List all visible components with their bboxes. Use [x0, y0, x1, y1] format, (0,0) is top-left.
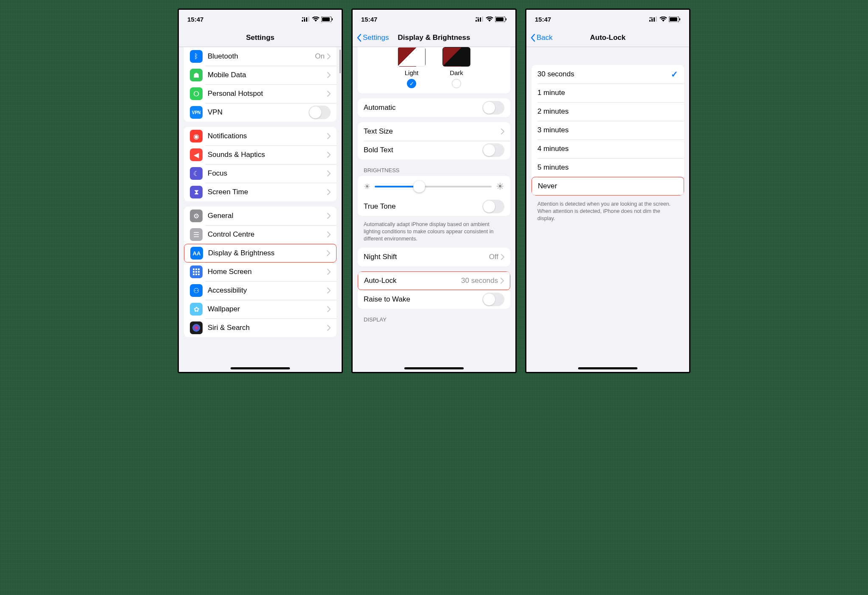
raise-to-wake-row[interactable]: Raise to Wake: [358, 290, 510, 309]
settings-row-display-brightness[interactable]: AADisplay & Brightness: [184, 244, 337, 263]
appearance-dark[interactable]: Dark: [442, 47, 470, 88]
autolock-option[interactable]: 2 minutes: [531, 102, 684, 121]
status-time: 15:47: [361, 16, 377, 23]
chevron-right-icon: [327, 53, 331, 59]
autolock-option[interactable]: 4 minutes: [531, 140, 684, 158]
bold-text-row[interactable]: Bold Text: [358, 141, 510, 159]
settings-row-general[interactable]: ⚙General: [184, 207, 337, 225]
svg-rect-30: [656, 17, 657, 22]
text-size-row[interactable]: Text Size: [358, 122, 510, 141]
settings-row-mobile-data[interactable]: ☗Mobile Data: [184, 66, 337, 84]
light-radio-checked[interactable]: ✓: [407, 79, 416, 88]
settings-row-siri-search[interactable]: Siri & Search: [184, 318, 337, 337]
chevron-right-icon: [327, 232, 331, 237]
automatic-label: Automatic: [364, 103, 482, 112]
dark-radio[interactable]: [452, 79, 461, 88]
back-label: Back: [537, 34, 553, 42]
svg-rect-34: [670, 17, 677, 21]
settings-row-home-screen[interactable]: Home Screen: [184, 263, 337, 281]
night-shift-row[interactable]: Night Shift Off: [358, 248, 510, 266]
svg-rect-17: [198, 274, 200, 275]
page-title: Display & Brightness: [398, 34, 470, 42]
true-tone-row[interactable]: True Tone: [358, 197, 510, 216]
back-button[interactable]: Back: [530, 34, 553, 42]
light-label: Light: [398, 69, 426, 76]
automatic-toggle[interactable]: [482, 101, 504, 115]
svg-rect-29: [654, 17, 655, 22]
svg-rect-25: [496, 17, 504, 21]
settings-row-sounds-haptics[interactable]: ◀Sounds & Haptics: [184, 145, 337, 164]
screen-auto-lock: 15:47 Back Auto-Lock 30 seconds✓1 minute…: [525, 8, 690, 373]
chevron-right-icon: [327, 133, 331, 139]
home-indicator[interactable]: [404, 367, 464, 369]
chevron-right-icon: [327, 288, 331, 293]
automatic-row[interactable]: Automatic: [358, 98, 510, 117]
autolock-option[interactable]: 3 minutes: [531, 121, 684, 140]
scroll-indicator[interactable]: [339, 50, 341, 73]
status-icons: [476, 17, 507, 22]
back-button[interactable]: Settings: [356, 34, 389, 42]
gear-icon: ⚙: [190, 210, 203, 222]
settings-row-personal-hotspot[interactable]: ⵔPersonal Hotspot: [184, 84, 337, 103]
chevron-right-icon: [327, 269, 331, 275]
speaker-icon: ◀: [190, 148, 203, 161]
svg-point-32: [651, 17, 653, 19]
home-indicator[interactable]: [231, 367, 290, 369]
settings-row-screen-time[interactable]: ⧗Screen Time: [184, 183, 337, 201]
nav-bar: Settings: [179, 28, 342, 47]
moon-icon: ☾: [190, 167, 203, 180]
brightness-slider[interactable]: [375, 186, 492, 187]
row-label: Screen Time: [208, 188, 327, 196]
auto-lock-row[interactable]: Auto-Lock 30 seconds: [358, 271, 510, 290]
raise-to-wake-label: Raise to Wake: [364, 295, 482, 304]
svg-rect-15: [193, 274, 195, 275]
autolock-content[interactable]: 30 seconds✓1 minute2 minutes3 minutes4 m…: [526, 47, 689, 372]
bold-text-toggle[interactable]: [482, 143, 504, 157]
settings-row-control-centre[interactable]: ☰Control Centre: [184, 225, 337, 244]
settings-list[interactable]: ᛒBluetoothOn☗Mobile DataⵔPersonal Hotspo…: [179, 47, 342, 372]
chevron-left-icon: [356, 34, 362, 42]
autolock-option[interactable]: 5 minutes: [531, 158, 684, 177]
svg-rect-13: [195, 271, 197, 273]
slider-thumb[interactable]: [413, 181, 425, 193]
autolock-option[interactable]: Never: [531, 177, 684, 196]
hourglass-icon: ⧗: [190, 186, 203, 198]
chevron-right-icon: [327, 91, 331, 97]
row-label: Focus: [208, 169, 327, 178]
autolock-option[interactable]: 30 seconds✓: [531, 65, 684, 84]
settings-group: ᛒBluetoothOn☗Mobile DataⵔPersonal Hotspo…: [184, 47, 337, 122]
svg-rect-18: [476, 20, 477, 22]
svg-rect-7: [322, 17, 330, 21]
autolock-option[interactable]: 1 minute: [531, 84, 684, 102]
settings-row-accessibility[interactable]: ⚇Accessibility: [184, 281, 337, 300]
dark-label: Dark: [442, 69, 470, 76]
appearance-light[interactable]: Light ✓: [398, 47, 426, 88]
sliders-icon: ☰: [190, 228, 203, 241]
bluetooth-icon: ᛒ: [190, 50, 203, 63]
chevron-right-icon: [327, 189, 331, 195]
settings-row-wallpaper[interactable]: ✿Wallpaper: [184, 300, 337, 318]
svg-rect-16: [195, 274, 197, 275]
settings-row-focus[interactable]: ☾Focus: [184, 164, 337, 183]
home-indicator[interactable]: [578, 367, 637, 369]
chevron-right-icon: [327, 170, 331, 176]
settings-row-vpn[interactable]: VPNVPN: [184, 103, 337, 122]
settings-group: ◉Notifications◀Sounds & Haptics☾Focus⧗Sc…: [184, 127, 337, 201]
auto-lock-value: 30 seconds: [461, 277, 498, 285]
settings-row-bluetooth[interactable]: ᛒBluetoothOn: [184, 47, 337, 66]
AA-icon: AA: [190, 247, 203, 260]
raise-to-wake-toggle[interactable]: [482, 293, 504, 306]
svg-rect-35: [679, 18, 680, 20]
chevron-left-icon: [530, 34, 536, 42]
display-content[interactable]: Light ✓ Dark Automatic Text Size Bold Te…: [353, 47, 515, 372]
true-tone-toggle[interactable]: [482, 200, 504, 213]
display-header: DISPLAY: [364, 316, 504, 323]
svg-rect-12: [193, 271, 195, 273]
svg-rect-26: [506, 18, 506, 20]
row-label: Wallpaper: [208, 305, 327, 313]
settings-row-notifications[interactable]: ◉Notifications: [184, 127, 337, 145]
toggle[interactable]: [309, 106, 331, 119]
brightness-slider-row: ☀︎ ☀︎: [358, 176, 510, 197]
svg-rect-8: [332, 18, 333, 20]
option-label: 4 minutes: [537, 145, 678, 153]
